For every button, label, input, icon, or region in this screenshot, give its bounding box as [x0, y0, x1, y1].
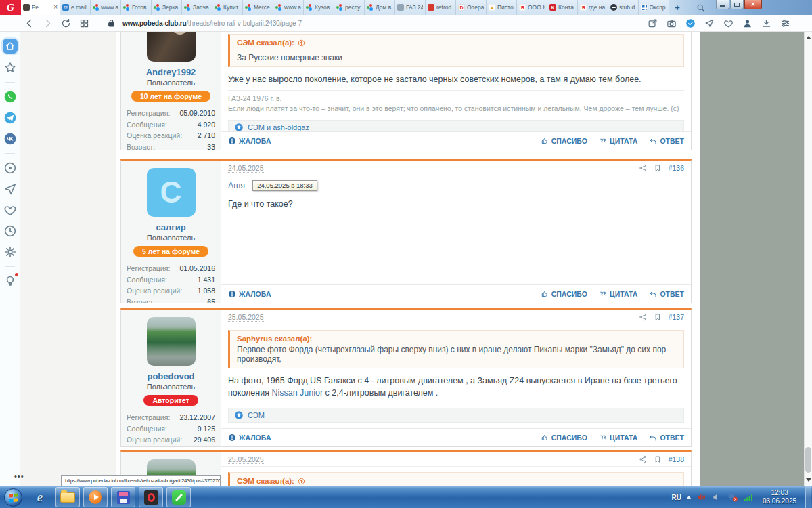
volume-muted-icon[interactable] — [712, 492, 723, 503]
show-desktop-button[interactable] — [805, 486, 811, 508]
forward-icon[interactable] — [43, 18, 53, 28]
reaction-users[interactable]: СЭМ и ash-oldgaz — [248, 123, 309, 131]
profile-icon[interactable] — [742, 18, 752, 28]
language-indicator[interactable]: RU — [672, 494, 681, 501]
maximize-button[interactable] — [730, 0, 744, 9]
sidebar-clock-icon[interactable] — [3, 224, 17, 238]
media-player-button[interactable] — [83, 487, 108, 507]
post-number-link[interactable]: #138 — [669, 455, 684, 463]
sliders-icon[interactable] — [780, 18, 790, 28]
tab[interactable]: ▲Писто — [487, 0, 517, 15]
reactions-bar[interactable]: СЭМ и ash-oldgaz — [228, 120, 684, 131]
tab[interactable]: Купит — [212, 0, 243, 15]
ie-button[interactable]: e — [28, 487, 52, 507]
quote-link[interactable]: ЦИТАТА — [599, 137, 637, 145]
tab[interactable]: DОпера — [456, 0, 487, 15]
username-link[interactable]: салгир — [156, 222, 185, 232]
tab[interactable]: www.a — [91, 0, 121, 15]
external-link[interactable]: Nissan Junior — [271, 388, 323, 398]
avatar[interactable] — [147, 317, 196, 366]
search-icon[interactable] — [696, 3, 705, 12]
tray-expand-icon[interactable] — [686, 496, 692, 499]
share-icon[interactable] — [639, 164, 647, 172]
scroll-down-arrow[interactable] — [806, 478, 811, 482]
sidebar-playcircle-icon[interactable] — [3, 161, 17, 175]
report-link[interactable]: ЖАЛОБА — [228, 433, 271, 442]
opera-button[interactable] — [139, 487, 163, 507]
speeddial-icon[interactable] — [79, 18, 89, 28]
thanks-link[interactable]: СПАСИБО — [541, 290, 587, 298]
goto-quoted-post-icon[interactable] — [298, 478, 305, 485]
camera-icon[interactable] — [667, 18, 677, 28]
quote-link[interactable]: ЦИТАТА — [599, 290, 637, 298]
thanks-link[interactable]: СПАСИБО — [541, 137, 587, 145]
sidebar-gear-icon[interactable] — [3, 245, 17, 259]
sidebar-more-dots[interactable]: ••• — [14, 472, 24, 480]
send-icon[interactable] — [704, 18, 715, 28]
post-date-link[interactable]: 25.05.2025 — [228, 313, 264, 322]
reactions-bar[interactable]: СЭМ — [228, 408, 684, 423]
close-button[interactable]: × — [744, 0, 762, 9]
tab[interactable]: Зерка — [152, 0, 182, 15]
tab-active[interactable]: Ре× — [21, 0, 60, 15]
tab[interactable]: Готов — [121, 0, 152, 15]
save-tool-button[interactable] — [111, 487, 135, 507]
start-button[interactable] — [4, 488, 22, 507]
signal-icon[interactable] — [743, 492, 754, 503]
protect-icon[interactable] — [685, 18, 696, 28]
tab[interactable]: ЯООО К — [517, 0, 547, 15]
network-error-icon[interactable] — [727, 492, 738, 503]
tab[interactable]: stub.d — [608, 0, 639, 15]
quote-link[interactable]: ЦИТАТА — [599, 433, 637, 442]
tab[interactable]: Запча — [182, 0, 212, 15]
sidebar-bulb-icon[interactable] — [3, 274, 17, 288]
reaction-users[interactable]: СЭМ — [248, 411, 265, 419]
scroll-up-arrow[interactable] — [806, 36, 811, 39]
sidebar-heart-icon[interactable] — [3, 203, 17, 217]
sidebar-whatsapp-icon[interactable] — [3, 90, 17, 104]
explorer-button[interactable] — [55, 487, 80, 507]
edit-icon[interactable] — [648, 18, 658, 28]
heart-icon[interactable] — [723, 18, 734, 28]
new-tab-button[interactable]: + — [669, 3, 685, 13]
goto-quoted-post-icon[interactable] — [298, 39, 305, 47]
tab[interactable]: retrod — [426, 0, 456, 15]
lock-icon[interactable] — [107, 19, 116, 28]
tab[interactable]: респу — [334, 0, 365, 15]
post-date-link[interactable]: 25.05.2025 — [228, 455, 264, 464]
bookmark-icon[interactable] — [654, 313, 662, 321]
page-scrollbar[interactable] — [804, 32, 812, 486]
avatar[interactable]: С — [147, 168, 196, 217]
avatar[interactable] — [147, 32, 196, 62]
sidebar-home-icon[interactable] — [3, 39, 18, 54]
tab-close-icon[interactable]: × — [53, 4, 58, 11]
volume-icon[interactable] — [696, 492, 707, 503]
username-link[interactable]: pobedovod — [147, 371, 194, 381]
report-link[interactable]: ЖАЛОБА — [228, 137, 271, 145]
share-icon[interactable] — [639, 313, 647, 321]
tab[interactable]: Ягде на — [578, 0, 608, 15]
share-icon[interactable] — [639, 455, 647, 463]
sidebar-telegram-icon[interactable] — [3, 111, 17, 125]
username-link[interactable]: Andrey1992 — [146, 67, 196, 77]
post-number-link[interactable]: #137 — [669, 313, 684, 321]
browser-logo[interactable]: G — [0, 0, 21, 15]
report-link[interactable]: ЖАЛОБА — [228, 290, 271, 298]
tab[interactable]: Кузов — [304, 0, 334, 15]
tab[interactable]: Экспр — [639, 0, 669, 15]
minimize-button[interactable] — [716, 0, 729, 9]
tab[interactable]: ККонта — [547, 0, 578, 15]
clock[interactable]: 12:03 03.06.2025 — [759, 489, 800, 505]
tab[interactable]: www.a — [273, 0, 304, 15]
mention-link[interactable]: Ашя — [228, 181, 245, 190]
back-icon[interactable] — [24, 18, 35, 28]
tab[interactable]: Merce — [243, 0, 273, 15]
bookmark-icon[interactable] — [654, 164, 662, 172]
tab[interactable]: ✉e.mail — [60, 0, 91, 15]
sidebar-plane-icon[interactable] — [3, 182, 17, 196]
download-icon[interactable] — [761, 18, 771, 28]
notes-button[interactable] — [166, 487, 191, 507]
sidebar-star-icon[interactable] — [3, 61, 17, 75]
post-date-link[interactable]: 24.05.2025 — [228, 164, 264, 173]
post-number-link[interactable]: #136 — [669, 164, 684, 172]
